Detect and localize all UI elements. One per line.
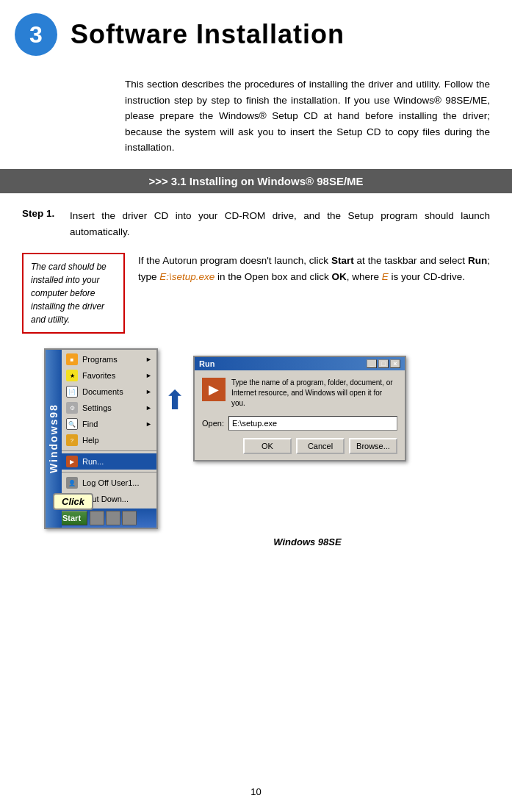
run-input[interactable] (228, 416, 397, 431)
screenshot-container: Click Windows98 ■ Programs ► ★ (44, 348, 490, 529)
page-number: 10 (0, 772, 512, 805)
run-dialog-body: ▶ Type the name of a program, folder, do… (195, 370, 405, 416)
taskbar-icon-1 (90, 511, 104, 525)
browse-button[interactable]: Browse... (349, 438, 397, 454)
ok-button[interactable]: OK (243, 438, 292, 454)
help-icon: ? (66, 434, 78, 446)
find-icon: 🔍 (66, 418, 78, 430)
up-arrow-icon: ⬆ (164, 385, 186, 416)
open-label: Open: (202, 419, 224, 428)
settings-icon: ⚙ (66, 402, 78, 414)
step1-block: Step 1. Insert the driver CD into your C… (22, 208, 490, 240)
taskbar-icon-3 (122, 511, 137, 525)
run-dialog-description: Type the name of a program, folder, docu… (231, 378, 397, 409)
menu-item-programs[interactable]: ■ Programs ► (62, 351, 156, 367)
run-dialog-titlebar: Run _ □ × (195, 357, 405, 370)
separator1 (62, 450, 156, 451)
arrow-container: ⬆ (158, 348, 186, 529)
logoff-icon: 👤 (66, 477, 78, 489)
main-content: Step 1. Insert the driver CD into your C… (0, 208, 512, 547)
screenshot-caption: Windows 98SE (125, 536, 490, 547)
cancel-button[interactable]: Cancel (296, 438, 345, 454)
sidebar-note: The card should be installed into your c… (22, 253, 125, 334)
run-icon: ▶ (66, 456, 78, 467)
page-title: Software Installation (71, 19, 345, 50)
autorun-text: If the Autorun program doesn't launch, c… (138, 253, 490, 334)
section-header: >>> 3.1 Installing on Windows® 98SE/ME (0, 169, 512, 193)
page-header: 3 Software Installation (0, 0, 512, 63)
separator2 (62, 472, 156, 473)
autorun-area: The card should be installed into your c… (22, 253, 490, 334)
step-circle: 3 (15, 13, 57, 56)
menu-item-find[interactable]: 🔍 Find ► (62, 416, 156, 432)
menu-item-settings[interactable]: ⚙ Settings ► (62, 400, 156, 416)
menu-item-documents[interactable]: 📄 Documents ► (62, 384, 156, 400)
win98-menu-items: ■ Programs ► ★ Favorites ► 📄 Documents (62, 350, 156, 509)
step1-label: Step 1. (22, 208, 62, 240)
win98-taskbar: 🏳 Start (46, 509, 156, 528)
taskbar-icon-2 (106, 511, 120, 525)
run-dialog-icon: ▶ (202, 378, 226, 401)
dialog-close-btn[interactable]: × (390, 359, 400, 368)
run-dialog: Run _ □ × ▶ Type the name of a program, … (193, 356, 406, 461)
menu-item-favorites[interactable]: ★ Favorites ► (62, 367, 156, 384)
menu-item-logoff[interactable]: 👤 Log Off User1... (62, 475, 156, 491)
favorites-icon: ★ (66, 370, 78, 381)
programs-icon: ■ (66, 353, 78, 365)
run-dialog-open-row: Open: (195, 416, 405, 435)
dialog-minimize-btn[interactable]: _ (367, 359, 377, 368)
menu-item-run[interactable]: ▶ Run... (62, 453, 156, 470)
documents-icon: 📄 (66, 386, 78, 398)
intro-text: This section describes the procedures of… (0, 63, 512, 169)
run-dialog-buttons: OK Cancel Browse... (195, 435, 405, 460)
dialog-title-buttons: _ □ × (367, 359, 400, 368)
step-number: 3 (29, 21, 43, 48)
dialog-maximize-btn[interactable]: □ (378, 359, 389, 368)
step1-text: Insert the driver CD into your CD-ROM dr… (70, 208, 490, 240)
click-label: Click (53, 493, 93, 510)
taskbar-icons (90, 511, 137, 525)
screenshot-mockup: Windows98 ■ Programs ► ★ Favorites ► (44, 348, 490, 529)
menu-item-help[interactable]: ? Help (62, 432, 156, 448)
